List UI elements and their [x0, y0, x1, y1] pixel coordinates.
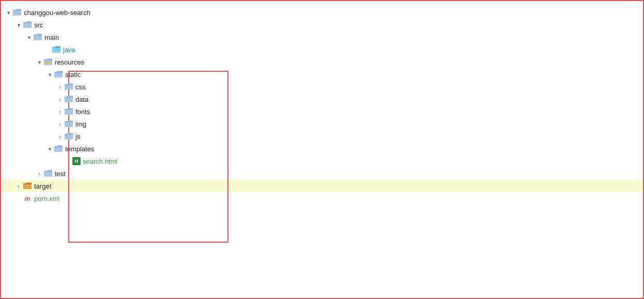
folder-icon-main	[33, 34, 42, 41]
tree-row-resources[interactable]: resources	[1, 56, 643, 68]
folder-icon-data	[64, 96, 73, 103]
arrow-static	[45, 70, 54, 78]
folder-icon-test	[43, 170, 53, 177]
arrow-resources	[35, 58, 43, 66]
arrow-main	[25, 33, 33, 41]
html-file-icon: H	[72, 157, 81, 165]
label-css: css	[75, 83, 86, 91]
tree-row-data[interactable]: data	[1, 93, 643, 105]
folder-icon-js	[64, 133, 73, 140]
arrow-fonts	[56, 107, 64, 116]
tree-row-main[interactable]: main	[1, 31, 643, 43]
tree-row-target[interactable]: target	[1, 180, 643, 192]
arrow-src	[14, 21, 23, 29]
tree-row-pomxml[interactable]: m pom.xml	[1, 192, 643, 204]
file-tree: changgou-web-search src main	[0, 0, 644, 299]
folder-icon-fonts	[64, 108, 73, 115]
folder-icon-resources	[43, 58, 53, 66]
label-data: data	[75, 96, 88, 103]
folder-icon-img	[64, 120, 73, 128]
tree-row-css[interactable]: css	[1, 81, 643, 93]
tree-row-templates[interactable]: templates	[1, 143, 643, 155]
arrow-templates	[45, 145, 54, 153]
label-static: static	[65, 71, 81, 78]
label-img: img	[75, 120, 86, 128]
arrow-js	[56, 132, 64, 140]
arrow-img	[56, 120, 64, 128]
folder-icon-src	[23, 21, 32, 28]
label-src: src	[34, 21, 43, 29]
arrow-target	[14, 182, 23, 190]
arrow-data	[56, 95, 64, 103]
tree-row-searchhtml[interactable]: H search.html	[1, 155, 643, 167]
svg-rect-0	[44, 62, 52, 64]
tree-row-java[interactable]: java	[1, 43, 643, 56]
folder-icon-static	[54, 71, 63, 78]
label-resources: resources	[55, 58, 84, 66]
folder-icon-templates	[54, 145, 63, 152]
arrow-css	[56, 83, 64, 91]
label-searchhtml: search.html	[83, 158, 117, 165]
tree-row-root[interactable]: changgou-web-search	[1, 6, 643, 19]
label-root: changgou-web-search	[24, 9, 90, 17]
label-target: target	[34, 182, 51, 190]
folder-icon-target	[23, 182, 32, 190]
label-fonts: fonts	[75, 108, 90, 116]
label-pomxml: pom.xml	[34, 195, 59, 202]
folder-icon-root	[12, 9, 22, 16]
tree-row-test[interactable]: test	[1, 167, 643, 180]
label-java: java	[63, 46, 75, 54]
pom-file-icon: m	[23, 194, 32, 203]
tree-row-src[interactable]: src	[1, 19, 643, 31]
arrow-root	[4, 8, 12, 17]
folder-icon-css	[64, 83, 73, 90]
label-test: test	[55, 170, 66, 178]
tree-row-fonts[interactable]: fonts	[1, 105, 643, 118]
tree-row-img[interactable]: img	[1, 118, 643, 130]
label-main: main	[44, 34, 59, 41]
folder-icon-java	[52, 46, 61, 53]
tree-row-static[interactable]: static	[1, 68, 643, 81]
arrow-test	[35, 169, 43, 178]
label-templates: templates	[65, 145, 94, 153]
tree-row-js[interactable]: js	[1, 130, 643, 143]
label-js: js	[75, 133, 80, 140]
